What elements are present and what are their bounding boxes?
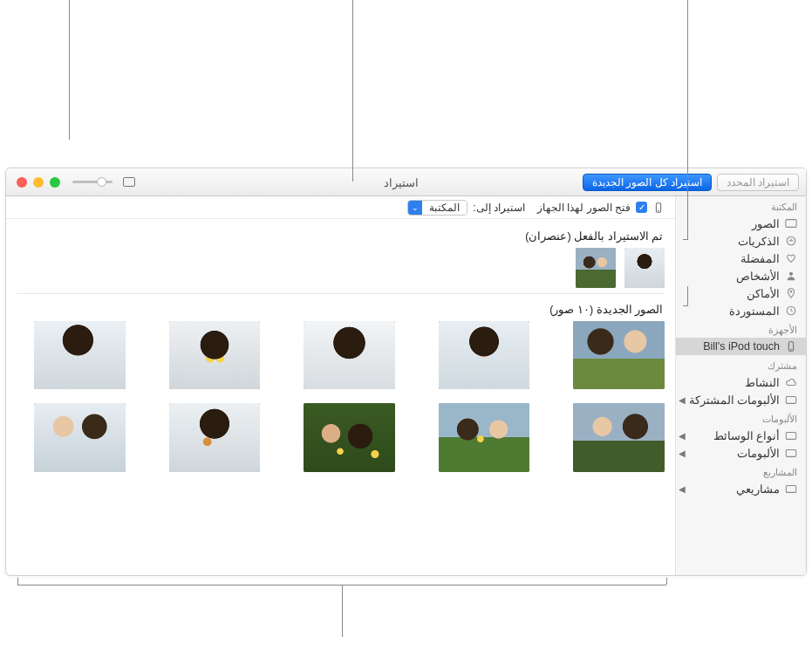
callout-bracket-left [17,578,18,585]
callout-line-already-imported-bottom [687,286,688,305]
memories-icon [785,235,797,247]
svg-rect-10 [786,486,795,493]
folder-icon [785,447,797,459]
already-imported-thumb[interactable] [576,248,616,288]
sidebar-item-memories[interactable]: الذكريات [676,232,806,250]
new-photo-thumb[interactable] [34,403,126,471]
new-photos-grid [17,321,665,472]
pin-icon [785,287,797,299]
sidebar-item-albums[interactable]: ◀ الألبومات [676,444,806,462]
sidebar-item-label: الذكريات [738,235,780,248]
sidebar-item-label: النشاط [745,376,780,389]
new-photo-thumb[interactable] [573,403,665,471]
new-photo-thumb[interactable] [573,321,665,389]
cloud-icon [785,376,797,388]
ipod-icon [785,340,797,353]
callout-bracket-stem [342,585,343,637]
sidebar-item-label: الألبومات المشتركة [689,394,780,407]
section-projects: المشاريع [676,462,806,480]
sidebar-item-label: المستوردة [729,305,780,318]
already-imported-row [17,248,665,288]
section-library: المكتبة [676,196,806,215]
sidebar-item-label: الأماكن [747,287,780,300]
new-photo-thumb[interactable] [169,403,261,471]
sidebar-item-label: الأشخاص [736,270,780,283]
sidebar-item-activity[interactable]: النشاط [676,373,806,391]
open-photos-label: فتح الصور لهذا الجهاز [537,202,631,214]
clock-icon [785,305,797,317]
new-photo-thumb[interactable] [439,321,530,389]
svg-rect-8 [786,433,795,440]
import-to-value: المكتبة [422,202,467,214]
callout-hook-bottom [683,305,688,306]
sidebar-item-photos[interactable]: الصور [676,215,806,232]
svg-point-12 [658,209,659,211]
open-photos-checkbox[interactable]: ✓ [636,202,647,213]
photos-icon [785,217,797,229]
new-photo-thumb[interactable] [439,403,530,471]
sidebar-item-label: الألبومات [737,447,780,460]
import-content: تم الاستيراد بالفعل (عنصران) الصور الجدي… [6,219,675,575]
sidebar-item-label: Bill's iPod touch [703,340,780,353]
sidebar-item-label: أنواع الوسائط [713,429,780,442]
ipod-icon [652,202,665,214]
disclosure-icon[interactable]: ◀ [679,484,686,494]
import-to-label: استيراد إلى: [473,202,525,214]
disclosure-icon[interactable]: ◀ [679,431,686,441]
sidebar-item-label: الصور [752,217,780,230]
callout-bracket-right [666,578,667,585]
section-albums: الألبومات [676,408,806,427]
new-photo-thumb[interactable] [34,321,126,389]
sidebar-item-media-types[interactable]: ◀ أنواع الوسائط [676,427,806,444]
sidebar-item-label: المفضلة [740,252,780,265]
sidebar-item-shared-albums[interactable]: ◀ الألبومات المشتركة [676,391,806,408]
chevron-down-icon: ⌄ [408,201,422,215]
section-shared: مشترك [676,355,806,373]
disclosure-icon[interactable]: ◀ [679,395,686,405]
callout-hook-top [683,239,688,240]
person-icon [785,270,797,282]
already-imported-header: تم الاستيراد بالفعل (عنصران) [18,229,663,243]
callout-line-already-imported-top [687,0,688,239]
svg-rect-9 [786,450,795,457]
device-header: ✓ فتح الصور لهذا الجهاز [537,202,665,214]
callout-line-import-to [352,0,353,181]
import-selected-button[interactable]: استيراد المحدد [717,174,799,191]
sidebar-item-label: مشاريعي [736,483,780,496]
new-photo-thumb[interactable] [169,321,261,389]
section-divider [17,293,665,294]
callout-line-import-all [69,0,70,140]
sidebar-item-people[interactable]: الأشخاص [676,267,806,284]
folder-icon [785,483,797,495]
sidebar-item-my-projects[interactable]: ◀ مشاريعي [676,480,806,497]
section-devices: الأجهزة [676,319,806,338]
disclosure-icon[interactable]: ◀ [679,448,686,458]
main-content: ✓ فتح الصور لهذا الجهاز استيراد إلى: الم… [6,168,675,575]
folder-icon [785,394,797,406]
new-photo-thumb[interactable] [304,403,395,471]
import-subbar: ✓ فتح الصور لهذا الجهاز استيراد إلى: الم… [6,196,675,219]
sidebar-item-device[interactable]: Bill's iPod touch [676,338,806,355]
svg-point-6 [790,349,792,351]
sidebar: المكتبة الصور الذكريات المفضلة الأشخاص [675,168,806,575]
already-imported-thumb[interactable] [624,248,665,288]
heart-icon [785,252,797,264]
sidebar-item-favorites[interactable]: المفضلة [676,250,806,267]
new-photos-header: الصور الجديدة (١٠ صور) [18,303,663,316]
svg-rect-0 [786,220,796,228]
svg-rect-7 [786,397,795,404]
new-photo-thumb[interactable] [304,321,395,389]
svg-point-3 [790,291,792,292]
sidebar-item-imports[interactable]: المستوردة [676,302,806,319]
folder-icon [785,429,797,442]
import-to-select[interactable]: المكتبة ⌄ [407,200,467,216]
sidebar-item-places[interactable]: الأماكن [676,284,806,302]
svg-point-2 [789,272,793,276]
